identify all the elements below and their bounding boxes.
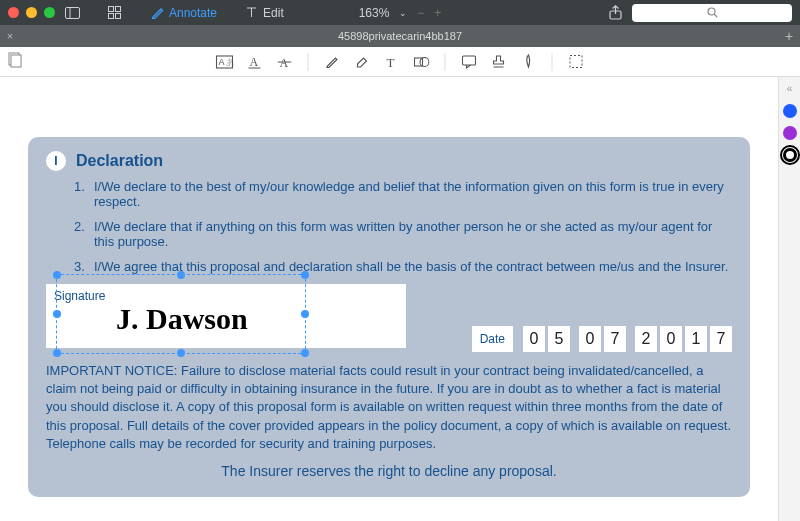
page-thumbnails-icon[interactable] [8, 52, 24, 72]
section-title: Declaration [76, 152, 163, 170]
document-canvas[interactable]: I Declaration 1.I/We declare to the best… [0, 77, 778, 521]
date-digit[interactable]: 0 [660, 326, 682, 352]
important-notice: IMPORTANT NOTICE: Failure to disclose ma… [46, 362, 732, 453]
annotate-mode-label: Annotate [169, 6, 217, 20]
tab-bar: × 45898privatecarin4bb187 + [0, 25, 800, 47]
signature-value: J. Dawson [116, 302, 248, 336]
tab-title: 45898privatecarin4bb187 [338, 30, 462, 42]
tab-close-button[interactable]: × [0, 30, 20, 42]
declaration-list: 1.I/We declare to the best of my/our kno… [74, 179, 732, 274]
stamp-tool-icon[interactable] [490, 53, 508, 71]
svg-rect-12 [11, 55, 21, 67]
zoom-dropdown-icon[interactable]: ⌄ [399, 8, 407, 18]
svg-text:あ: あ [226, 57, 234, 67]
svg-rect-0 [66, 7, 80, 18]
strikethrough-text-icon[interactable]: A [276, 53, 294, 71]
date-digit[interactable]: 7 [604, 326, 626, 352]
svg-point-22 [420, 57, 429, 66]
window-titlebar: Annotate Edit 163% ⌄ − + [0, 0, 800, 25]
selection-tool-icon[interactable] [567, 53, 585, 71]
search-icon [707, 7, 718, 18]
zoom-out-button[interactable]: − [417, 6, 424, 20]
declaration-item: 1.I/We declare to the best of my/our kno… [74, 179, 732, 209]
date-digit[interactable]: 5 [548, 326, 570, 352]
date-digit[interactable]: 0 [579, 326, 601, 352]
date-digit[interactable]: 1 [685, 326, 707, 352]
svg-rect-2 [109, 7, 114, 12]
text-tool-icon[interactable]: T [383, 53, 401, 71]
note-tool-icon[interactable] [460, 53, 478, 71]
svg-rect-23 [462, 56, 475, 65]
declaration-box: I Declaration 1.I/We declare to the best… [28, 137, 750, 497]
color-rail: « [778, 77, 800, 521]
pen-tool-icon[interactable] [323, 53, 341, 71]
highlight-text-icon[interactable]: Aあ [216, 53, 234, 71]
svg-point-9 [708, 8, 715, 15]
edit-mode-label: Edit [263, 6, 284, 20]
annotation-toolbar: Aあ A A T [0, 47, 800, 77]
zoom-in-button[interactable]: + [434, 6, 441, 20]
declaration-item: 2.I/We declare that if anything on this … [74, 219, 732, 249]
color-swatch-black[interactable] [783, 148, 797, 162]
svg-line-10 [714, 14, 717, 17]
tab-add-button[interactable]: + [778, 28, 800, 44]
svg-text:A: A [250, 55, 259, 69]
date-label: Date [472, 326, 513, 352]
signature-label: Signature [54, 289, 105, 303]
grid-view-icon[interactable] [108, 6, 121, 19]
date-digit[interactable]: 2 [635, 326, 657, 352]
window-minimize-button[interactable] [26, 7, 37, 18]
search-input[interactable] [632, 4, 792, 22]
shape-tool-icon[interactable] [413, 53, 431, 71]
window-close-button[interactable] [8, 7, 19, 18]
signature-tool-icon[interactable] [520, 53, 538, 71]
window-controls [8, 7, 55, 18]
svg-rect-3 [116, 7, 121, 12]
date-field: Date 05072017 [472, 326, 732, 352]
edit-mode-button[interactable]: Edit [245, 6, 284, 20]
date-digit[interactable]: 0 [523, 326, 545, 352]
zoom-controls: 163% ⌄ − + [359, 6, 442, 20]
declaration-item: 3.I/We agree that this proposal and decl… [74, 259, 732, 274]
svg-text:A: A [219, 57, 225, 67]
window-zoom-button[interactable] [44, 7, 55, 18]
svg-rect-5 [116, 14, 121, 19]
svg-rect-4 [109, 14, 114, 19]
share-icon[interactable] [609, 5, 622, 20]
svg-text:T: T [387, 55, 395, 69]
color-swatch-purple[interactable] [783, 126, 797, 140]
date-digit[interactable]: 7 [710, 326, 732, 352]
sidebar-toggle-icon[interactable] [65, 7, 80, 19]
document-page: I Declaration 1.I/We declare to the best… [0, 77, 778, 497]
notice-final: The Insurer reserves the right to declin… [46, 463, 732, 479]
rail-collapse-icon[interactable]: « [787, 83, 793, 94]
signature-field[interactable]: Signature J. Dawson [46, 284, 406, 348]
svg-rect-25 [570, 56, 582, 68]
color-swatch-blue[interactable] [783, 104, 797, 118]
annotate-mode-button[interactable]: Annotate [151, 6, 217, 20]
zoom-value[interactable]: 163% [359, 6, 390, 20]
section-badge: I [46, 151, 66, 171]
underline-text-icon[interactable]: A [246, 53, 264, 71]
eraser-tool-icon[interactable] [353, 53, 371, 71]
